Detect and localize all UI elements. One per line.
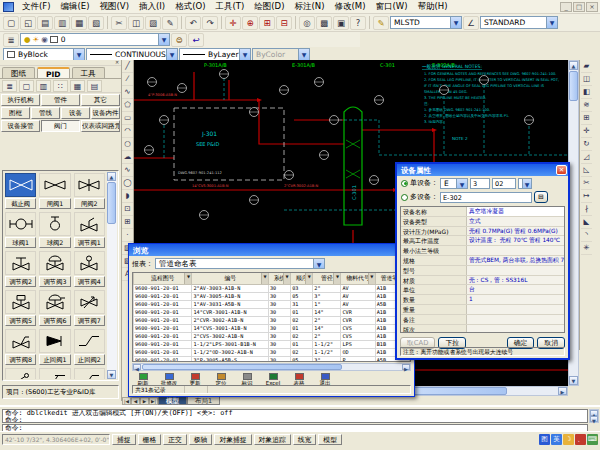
next-tab-icon[interactable]: ▶ bbox=[140, 397, 149, 405]
table-row[interactable]: 9600-901-20-0114"CVS-3001-A1B-N300114"CV… bbox=[134, 325, 410, 333]
undo-icon[interactable]: ↶ bbox=[185, 16, 201, 30]
extend-icon[interactable]: ↦ bbox=[581, 190, 592, 203]
palette-item[interactable]: 调节阀3 bbox=[38, 250, 71, 288]
palette-item[interactable]: 止回阀3 bbox=[4, 367, 37, 379]
device-type-combo[interactable]: E ▼ bbox=[440, 178, 468, 189]
chamfer-icon[interactable]: ◣ bbox=[581, 216, 592, 229]
trim-icon[interactable]: ✂ bbox=[581, 177, 592, 190]
image-icon[interactable]: ▦ bbox=[70, 80, 85, 92]
palette-item[interactable]: 调节阀7 bbox=[73, 289, 106, 327]
lineweight-combo[interactable]: ByLayer ▼ bbox=[179, 48, 251, 61]
multi-device-field[interactable]: E-302 bbox=[440, 192, 532, 203]
chevron-down-icon[interactable]: ▼ bbox=[158, 34, 169, 45]
table-row[interactable]: 9600-901-20-0114"CVR-3001-A1B-N300114"CV… bbox=[134, 309, 410, 317]
pen-icon[interactable]: 、 bbox=[575, 434, 586, 445]
menu-item[interactable]: 格式(O) bbox=[170, 0, 210, 14]
arc-icon[interactable]: ◠ bbox=[122, 125, 133, 138]
move-icon[interactable]: ✛ bbox=[581, 125, 592, 138]
chevron-down-icon[interactable]: ▼ bbox=[456, 179, 467, 188]
help-icon[interactable]: ? bbox=[350, 16, 366, 30]
design-center-icon[interactable]: ▩ bbox=[316, 16, 332, 30]
open-icon[interactable]: ◱ bbox=[20, 16, 36, 30]
pan-icon[interactable]: ✛ bbox=[225, 16, 241, 30]
moon-icon[interactable]: ☽ bbox=[563, 434, 574, 445]
list-icon[interactable]: ≣ bbox=[2, 80, 17, 92]
revision-cloud-icon[interactable]: ☁ bbox=[122, 151, 133, 164]
chevron-down-icon[interactable]: ▼ bbox=[450, 17, 461, 28]
chevron-down-icon[interactable]: ▼ bbox=[166, 49, 177, 60]
category-管件[interactable]: 管件 bbox=[41, 94, 80, 106]
category-执行机构[interactable]: 执行机构 bbox=[1, 94, 40, 106]
category-其它[interactable]: 其它 bbox=[81, 94, 120, 106]
multi-device-browse-button[interactable]: ⊟ bbox=[534, 191, 548, 203]
palette-item[interactable]: 截止阀 bbox=[4, 172, 37, 210]
plot-icon[interactable]: ▥ bbox=[54, 16, 70, 30]
scroll-down-icon[interactable]: ▼ bbox=[569, 376, 578, 385]
palette-item[interactable]: 调节阀8 bbox=[4, 328, 37, 366]
construction-line-icon[interactable]: ⁄ bbox=[122, 73, 133, 86]
palette-item[interactable]: 调节阀5 bbox=[4, 289, 37, 327]
palette-item[interactable]: 调节阀1 bbox=[73, 211, 106, 249]
table-row[interactable]: 9600-901-20-013"AV-3005-A1B-N30053"AVA1B bbox=[134, 293, 410, 301]
column-header-编号[interactable]: 编号▼ bbox=[192, 273, 269, 285]
filter-chevron-icon[interactable]: ▼ bbox=[305, 273, 312, 284]
tab-工具[interactable]: 工具 bbox=[72, 67, 105, 78]
first-tab-icon[interactable]: |◀ bbox=[122, 397, 131, 405]
chevron-down-icon[interactable]: ▼ bbox=[73, 49, 84, 60]
circle-icon[interactable]: ○ bbox=[122, 138, 133, 151]
filter-chevron-icon[interactable]: ▼ bbox=[368, 273, 375, 284]
restore-icon[interactable]: □ bbox=[573, 2, 585, 12]
palette-scrollbar[interactable]: ▲ ▼ bbox=[107, 172, 117, 379]
table-row[interactable]: 9600-901-20-011"AV-3031-A5B-N30311"AVA5B bbox=[134, 301, 410, 309]
toggle-对象捕捉[interactable]: 对象捕捉 bbox=[214, 434, 251, 445]
toggle-极轴[interactable]: 极轴 bbox=[189, 434, 213, 445]
scale-icon[interactable]: ◿ bbox=[581, 151, 592, 164]
save-icon[interactable]: ▤ bbox=[37, 16, 53, 30]
polyline-icon[interactable]: ∿ bbox=[122, 86, 133, 99]
redo-icon[interactable]: ↷ bbox=[202, 16, 218, 30]
ellipse-icon[interactable]: ◯ bbox=[122, 177, 133, 190]
scroll-thumb[interactable] bbox=[107, 182, 116, 224]
palette-item[interactable]: 调节阀4 bbox=[73, 250, 106, 288]
category-阀门[interactable]: 阀门 bbox=[41, 120, 80, 132]
layer-previous-icon[interactable]: ↩ bbox=[188, 33, 204, 47]
rectangle-icon[interactable]: ▭ bbox=[122, 112, 133, 125]
category-设备[interactable]: 设备 bbox=[61, 107, 90, 119]
category-图框[interactable]: 图框 bbox=[1, 107, 30, 119]
find-icon[interactable]: ◎ bbox=[299, 16, 315, 30]
copy-object-icon[interactable]: ◫ bbox=[581, 73, 592, 86]
scroll-thumb[interactable] bbox=[569, 71, 578, 101]
menu-item[interactable]: 视图(V) bbox=[95, 0, 134, 14]
insert-block-icon[interactable]: ⊡ bbox=[122, 203, 133, 216]
table-row[interactable]: 9600-901-20-011-1/2"LPS-3001-B1B-N30011-… bbox=[134, 341, 410, 349]
column-header-物料代号[interactable]: 物料代号▼ bbox=[341, 273, 375, 285]
toggle-正交[interactable]: 正交 bbox=[163, 434, 187, 445]
palette-item[interactable]: 止回阀4 bbox=[38, 367, 71, 379]
preview-icon[interactable]: ▥ bbox=[36, 80, 51, 92]
tool-palettes-icon[interactable]: ▣ bbox=[333, 16, 349, 30]
fillet-icon[interactable]: ◝ bbox=[581, 229, 592, 242]
tab-PID[interactable]: PID bbox=[37, 67, 70, 78]
chevron-down-icon[interactable]: ▼ bbox=[546, 17, 557, 28]
tab-图纸[interactable]: 图纸 bbox=[2, 67, 35, 78]
palette-item[interactable]: 闸阀1 bbox=[38, 172, 71, 210]
column-header-系统[interactable]: 系统▼ bbox=[268, 273, 290, 285]
device-sys-field[interactable]: 3 bbox=[470, 178, 490, 189]
linetype-combo[interactable]: CONTINUOUS ▼ bbox=[86, 48, 178, 61]
toggle-线宽[interactable]: 线宽 bbox=[293, 434, 317, 445]
point-icon[interactable]: · bbox=[122, 229, 133, 242]
break-icon[interactable]: ∤ bbox=[581, 203, 592, 216]
table-row[interactable]: 9600-901-20-012"CVR-3002-A1B-N30022"CVRA… bbox=[134, 317, 410, 325]
palette-item[interactable]: 止回阀1 bbox=[38, 328, 71, 366]
palette-item[interactable]: 止回阀2 bbox=[73, 328, 106, 366]
zoom-previous-icon[interactable]: ⊟ bbox=[276, 16, 292, 30]
command-history[interactable]: 命令: dblclkedit 进入双击编辑模式 [开(ON)/关(OFF)] <… bbox=[2, 409, 588, 423]
scroll-up-icon[interactable]: ▲ bbox=[107, 172, 116, 181]
pipe-table[interactable]: 流程图号▼编号▼系统▼顺序▼管径▼物料代号▼管道等级▼9600-901-20-0… bbox=[133, 273, 410, 362]
new-sheet-icon[interactable]: ▢ bbox=[19, 80, 34, 92]
layer-manager-icon[interactable]: ≣ bbox=[3, 33, 19, 47]
filter-chevron-icon[interactable]: ▼ bbox=[261, 273, 268, 284]
minimize-icon[interactable]: _ bbox=[560, 2, 572, 12]
menu-item[interactable]: 绘图(D) bbox=[249, 0, 289, 14]
table-row[interactable]: 9600-901-20-012"CVS-3002-A1B-N30022"CVSA… bbox=[134, 333, 410, 341]
